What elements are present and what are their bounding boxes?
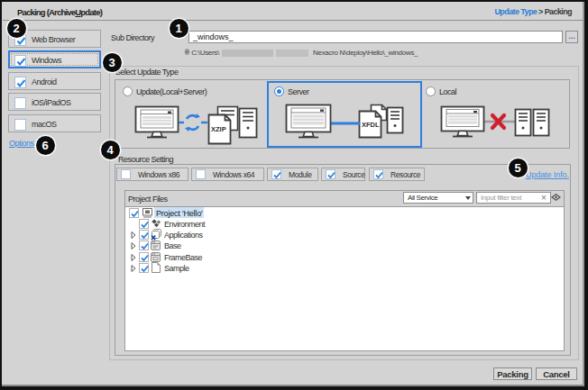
svg-text:XZIP: XZIP — [211, 125, 226, 133]
svg-text:XFDL: XFDL — [362, 121, 380, 129]
